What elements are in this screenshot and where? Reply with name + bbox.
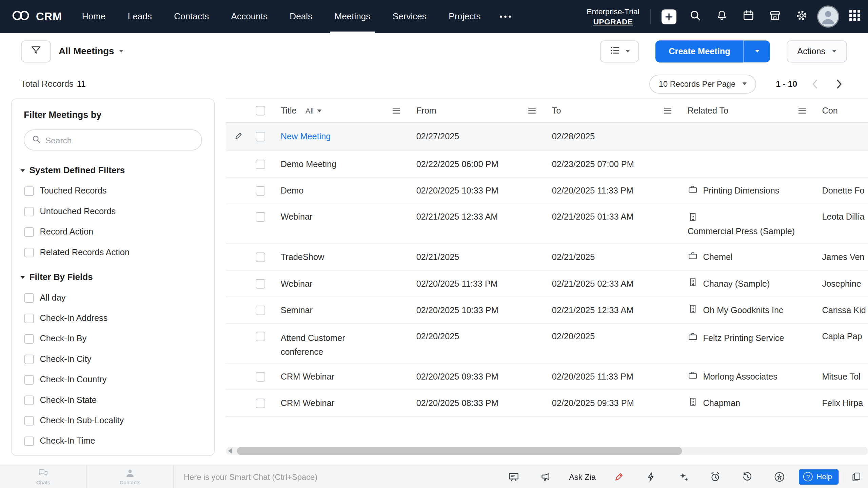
section-system-defined-filters[interactable]: System Defined Filters xyxy=(20,165,202,175)
contact-value[interactable]: Carissa Kid xyxy=(822,305,866,315)
records-per-page-select[interactable]: 10 Records Per Page xyxy=(649,75,756,94)
zia-sparkle-button[interactable] xyxy=(667,465,699,488)
filter-search-input[interactable] xyxy=(45,135,194,145)
notifications-button[interactable] xyxy=(709,0,735,33)
checkbox[interactable] xyxy=(24,313,34,323)
meeting-title[interactable]: Webinar xyxy=(281,212,313,222)
filter-item-check-in-sub-locality[interactable]: Check-In Sub-Locality xyxy=(24,415,203,425)
table-row[interactable]: TradeShow 02/21/2025 02/21/2025 Chemel J… xyxy=(226,244,868,270)
meeting-title[interactable]: CRM Webinar xyxy=(281,398,334,408)
filter-item-check-in-city[interactable]: Check-In City xyxy=(24,354,203,364)
checkbox[interactable] xyxy=(24,375,34,384)
filter-item-check-in-address[interactable]: Check-In Address xyxy=(24,313,203,323)
table-row[interactable]: New Meeting 02/27/2025 02/28/2025 xyxy=(226,123,868,151)
related-to-value[interactable]: Commercial Press (Sample) xyxy=(688,226,795,236)
related-to-value[interactable]: Printing Dimensions xyxy=(703,186,779,196)
checkbox[interactable] xyxy=(24,227,34,237)
title-filter-dropdown[interactable]: All xyxy=(305,106,321,115)
column-menu-icon[interactable] xyxy=(798,107,807,115)
table-row[interactable]: Demo Meeting 02/22/2025 06:00 PM 02/23/2… xyxy=(226,151,868,178)
meeting-title[interactable]: CRM Webinar xyxy=(281,371,334,381)
nav-item-home[interactable]: Home xyxy=(71,0,117,33)
related-to-value[interactable]: Oh My Goodknits Inc xyxy=(703,305,783,315)
checkbox[interactable] xyxy=(24,248,34,257)
settings-button[interactable] xyxy=(788,0,815,33)
contact-value[interactable]: Felix Hirpa xyxy=(822,398,863,408)
checkbox[interactable] xyxy=(24,416,34,425)
meeting-title[interactable]: Demo Meeting xyxy=(281,159,337,169)
column-menu-icon[interactable] xyxy=(392,107,401,115)
announcement-button[interactable] xyxy=(530,465,562,488)
related-to-value[interactable]: Chemel xyxy=(703,252,732,262)
checkbox[interactable] xyxy=(24,395,34,405)
create-meeting-caret-button[interactable] xyxy=(744,40,770,62)
meeting-title[interactable]: TradeShow xyxy=(281,252,324,262)
marketplace-button[interactable] xyxy=(762,0,788,33)
table-row[interactable]: CRM Webinar 02/20/2025 08:33 PM 02/20/20… xyxy=(226,390,868,416)
list-view-selector[interactable]: All Meetings xyxy=(59,46,123,57)
create-meeting-button[interactable]: Create Meeting xyxy=(655,40,744,62)
contact-value[interactable]: Capla Pap xyxy=(822,331,862,341)
column-menu-icon[interactable] xyxy=(528,107,536,115)
filter-item-record-action[interactable]: Record Action xyxy=(24,227,203,237)
calendar-button[interactable] xyxy=(735,0,762,33)
apps-grid-button[interactable] xyxy=(842,0,868,33)
horizontal-scrollbar[interactable] xyxy=(226,447,868,455)
row-checkbox[interactable] xyxy=(256,159,265,169)
contact-value[interactable]: James Ven xyxy=(822,252,864,262)
filter-item-all-day[interactable]: All day xyxy=(24,293,203,303)
row-checkbox[interactable] xyxy=(256,305,265,315)
edit-icon[interactable] xyxy=(234,131,244,142)
search-button[interactable] xyxy=(682,0,708,33)
meeting-title[interactable]: Seminar xyxy=(281,305,313,315)
nav-item-leads[interactable]: Leads xyxy=(117,0,163,33)
scrollbar-thumb[interactable] xyxy=(237,447,682,455)
filter-item-check-in-state[interactable]: Check-In State xyxy=(24,395,203,405)
zia-pen-button[interactable] xyxy=(603,465,635,488)
user-menu-button[interactable] xyxy=(815,0,841,33)
related-to-value[interactable]: Morlong Associates xyxy=(703,371,777,381)
checkbox[interactable] xyxy=(24,354,34,364)
view-mode-button[interactable] xyxy=(600,40,639,62)
table-row[interactable]: CRM Webinar 02/20/2025 09:33 PM 02/20/20… xyxy=(226,364,868,390)
nav-item-meetings[interactable]: Meetings xyxy=(323,0,381,33)
checkbox[interactable] xyxy=(24,186,34,196)
row-checkbox[interactable] xyxy=(256,332,265,341)
next-page-button[interactable] xyxy=(827,75,851,94)
nav-item-projects[interactable]: Projects xyxy=(438,0,492,33)
filter-item-touched-records[interactable]: Touched Records xyxy=(24,186,203,196)
select-all-checkbox[interactable] xyxy=(256,106,265,116)
filter-item-untouched-records[interactable]: Untouched Records xyxy=(24,206,203,216)
scroll-left-arrow-icon[interactable] xyxy=(228,448,232,453)
previous-page-button[interactable] xyxy=(803,75,827,94)
filter-toggle-button[interactable] xyxy=(21,40,51,62)
actions-button[interactable]: Actions xyxy=(787,40,847,62)
related-to-value[interactable]: Chanay (Sample) xyxy=(703,279,770,288)
checkbox[interactable] xyxy=(24,334,34,343)
column-menu-icon[interactable] xyxy=(663,107,672,115)
meeting-title-link[interactable]: New Meeting xyxy=(281,132,331,142)
checkbox[interactable] xyxy=(24,293,34,302)
row-checkbox[interactable] xyxy=(256,252,265,262)
contact-value[interactable]: Josephine xyxy=(822,279,861,288)
brand[interactable]: CRM xyxy=(0,8,71,25)
filter-item-check-in-country[interactable]: Check-In Country xyxy=(24,374,203,384)
accessibility-button[interactable] xyxy=(764,465,796,488)
reminders-button[interactable] xyxy=(699,465,731,488)
shortcuts-button[interactable] xyxy=(635,465,667,488)
table-row[interactable]: Seminar 02/20/2025 10:33 PM 02/21/2025 1… xyxy=(226,297,868,324)
contacts-tab[interactable]: Contacts xyxy=(87,465,174,488)
upgrade-link[interactable]: UPGRADE xyxy=(587,17,639,27)
section-filter-by-fields[interactable]: Filter By Fields xyxy=(20,272,202,282)
meeting-title[interactable]: Demo xyxy=(281,186,304,196)
filter-item-related-records-action[interactable]: Related Records Action xyxy=(24,247,203,257)
table-row[interactable]: Webinar 02/21/2025 12:33 AM 02/21/2025 0… xyxy=(226,204,868,244)
help-button[interactable]: ? Help xyxy=(799,469,839,485)
row-checkbox[interactable] xyxy=(256,372,265,381)
meeting-title[interactable]: Webinar xyxy=(281,279,313,288)
row-checkbox[interactable] xyxy=(256,279,265,288)
notes-button[interactable] xyxy=(844,471,868,482)
checkbox[interactable] xyxy=(24,207,34,216)
nav-item-accounts[interactable]: Accounts xyxy=(220,0,279,33)
table-row[interactable]: Attend Customer conference 02/20/2025 02… xyxy=(226,324,868,364)
